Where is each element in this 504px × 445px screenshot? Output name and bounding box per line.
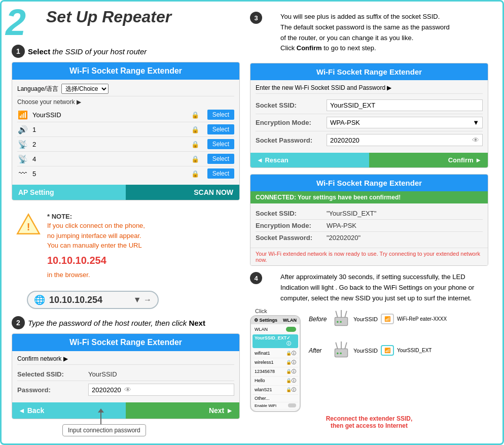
form-panel-step2: Wi-Fi Socket Range Extender Confirm netw… [12, 333, 240, 419]
step1-circle: 1 [12, 45, 25, 58]
connected-banner: CONNECTED: Your settings have been confi… [250, 191, 488, 203]
page-title: Set Up Repeater [46, 8, 171, 26]
enc-label: Encryption Mode: [256, 119, 327, 126]
note-text: If you click connect on the phone, no ju… [47, 221, 145, 280]
network-row-a: wifinat1🔒ⓘ [253, 349, 298, 358]
connected-enc-row: Encryption Mode: WPA-PSK [256, 220, 483, 232]
step3-panel1: Wi-Fi Socket Range Extender Enter the ne… [250, 63, 488, 168]
ap-setting-button[interactable]: AP Setting [12, 185, 126, 200]
password-input[interactable]: 20202020 👁 [88, 384, 234, 396]
ssid-label: Selected SSID: [17, 370, 83, 378]
select-btn-1[interactable]: Select [207, 124, 234, 134]
network-row-e: wlanS21🔒ⓘ [253, 386, 298, 395]
conn-enc-value: WPA-PSK [327, 222, 483, 229]
ssid-value: YourSSID [88, 370, 234, 378]
password-field-row: Password: 20202020 👁 [17, 381, 234, 398]
network-row-f: Other... [253, 395, 298, 402]
network-name-3: 4 [32, 155, 187, 163]
note-box: ! * NOTE: If you click connect on the ph… [12, 208, 240, 284]
enc-select[interactable]: WPA-PSK ▼ [327, 117, 483, 128]
step4-diagram: Click ⚙ SettingsWLAN WLAN YourSSID_EXT ✓… [250, 308, 488, 412]
password-annotation: Input connection password [12, 424, 240, 436]
extender-after-icon: 📶 [381, 345, 394, 356]
rescan-button[interactable]: ◄ Rescan [250, 153, 369, 167]
socket-pass-label: Socket Password: [256, 136, 327, 144]
before-after-area: Before YourSSID 📶 WiFi- [309, 308, 447, 362]
conn-pass-label: Socket Password: [256, 234, 327, 242]
select-btn-0[interactable]: Select [207, 110, 234, 120]
confirm-button[interactable]: Confirm ► [369, 153, 488, 167]
step1-text: Select the SSID of your host router [28, 47, 147, 56]
url-bar[interactable]: 🌐 10.10.10.254 ▼ → [27, 291, 159, 309]
step1-header: 1 Select the SSID of your host router [12, 45, 240, 58]
form-footer: ◄ Back Next ► [12, 402, 239, 419]
network-name-4: 5 [32, 170, 187, 178]
before-label: Before [309, 316, 329, 323]
password-label: Password: [17, 386, 83, 394]
network-row-5: 〰 5 🔒 Select [17, 166, 234, 181]
language-label: Language/语言 [17, 85, 58, 93]
conn-ssid-label: Socket SSID: [256, 210, 327, 217]
connected-body: Socket SSID: "YourSSID_EXT" Encryption M… [250, 203, 488, 248]
wifi-panel-step1: Wi-Fi Socket Range Extender Language/语言 … [12, 62, 240, 200]
step3-description: You will see plus is added as suffix of … [265, 12, 450, 54]
eye-icon[interactable]: 👁 [124, 386, 131, 394]
svg-point-13 [340, 352, 342, 354]
select-btn-4[interactable]: Select [207, 168, 234, 179]
after-label: After [309, 347, 329, 354]
select-btn-2[interactable]: Select [207, 139, 234, 149]
step4-circle: 4 [250, 272, 262, 284]
left-column: 1 Select the SSID of your host router Wi… [7, 7, 240, 436]
svg-line-9 [336, 342, 338, 349]
eye-icon-2[interactable]: 👁 [472, 136, 479, 144]
back-button[interactable]: ◄ Back [12, 402, 126, 419]
lock-icon-3: 🔒 [191, 155, 199, 163]
svg-point-6 [337, 321, 339, 323]
step3-panel1-body: Enter the new Wi-Fi Socket SSID and Pass… [250, 80, 488, 153]
enter-row: Enter the new Wi-Fi Socket SSID and Pass… [256, 84, 483, 94]
language-row: Language/语言 选择/Choice [17, 84, 234, 96]
ssid-field-row: Selected SSID: YourSSID [17, 368, 234, 381]
svg-point-7 [340, 321, 342, 323]
conn-pass-value: "20202020" [327, 234, 483, 242]
form-panel-body: Confirm network ▶ Selected SSID: YourSSI… [12, 351, 239, 402]
confirm-network-row: Confirm network ▶ [17, 355, 234, 365]
network-row-b: wireless1🔒ⓘ [253, 358, 298, 367]
wifi-signal-med2-icon: 📡 [17, 154, 28, 164]
svg-text:!: ! [27, 221, 30, 232]
network-name-2: 2 [32, 141, 187, 148]
before-row: Before YourSSID 📶 WiFi- [309, 308, 447, 330]
router-before-icon [332, 308, 350, 330]
arrow-right-icon: ▼ → [133, 295, 152, 304]
next-button[interactable]: Next ► [126, 402, 239, 419]
router-label3: YourSSID [353, 348, 378, 354]
note-content: * NOTE: If you click connect on the phon… [47, 212, 145, 280]
svg-line-11 [345, 342, 347, 349]
conn-ssid-value: "YourSSID_EXT" [327, 210, 483, 217]
lock-icon-0: 🔒 [191, 111, 199, 119]
router-after-icon [332, 339, 350, 362]
socket-ssid-label: Socket SSID: [256, 101, 327, 109]
socket-pass-input[interactable]: 20202020 👁 [327, 134, 483, 146]
network-row-4: 📡 4 🔒 Select [17, 152, 234, 166]
wifi-signal-med-icon: 📡 [17, 140, 28, 149]
selected-network-row[interactable]: YourSSID_EXT ✓ ⓘ [253, 334, 298, 348]
step2-header: 2 Type the password of the host router, … [12, 316, 240, 329]
socket-ssid-row: Socket SSID: YourSSID_EXT [256, 97, 483, 114]
phone-mock: ⚙ SettingsWLAN WLAN YourSSID_EXT ✓ ⓘ wif… [250, 315, 301, 412]
language-select[interactable]: 选择/Choice [61, 84, 109, 94]
wlan-toggle[interactable] [286, 327, 296, 332]
connected-footer: Your Wi-Fi extended network is now ready… [250, 248, 488, 265]
phone-body: WLAN YourSSID_EXT ✓ ⓘ wifinat1🔒ⓘ wireles… [251, 324, 300, 411]
scan-now-button[interactable]: SCAN NOW [126, 185, 239, 200]
wlan-toggle-row: WLAN [253, 326, 298, 333]
conn-enc-label: Encryption Mode: [256, 222, 327, 229]
lock-icon-2: 🔒 [191, 141, 199, 148]
select-btn-3[interactable]: Select [207, 154, 234, 164]
step2-circle: 2 [12, 316, 25, 329]
router-label1: YourSSID [353, 316, 378, 322]
network-row-c: 12345678🔒ⓘ [253, 367, 298, 376]
socket-ssid-input[interactable]: YourSSID_EXT [327, 99, 483, 111]
step3-circle: 3 [250, 12, 262, 24]
annotation-arrow [100, 409, 101, 424]
